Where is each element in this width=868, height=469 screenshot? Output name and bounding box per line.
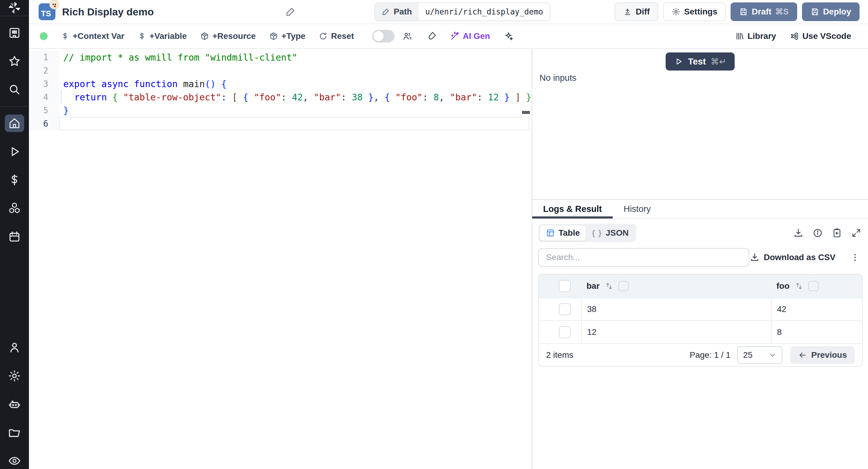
scrollbar-cursor-mark[interactable]: [522, 111, 530, 114]
view-mode-table[interactable]: Table: [540, 225, 586, 241]
tab-logs-result[interactable]: Logs & Result: [532, 200, 613, 218]
page-size-select[interactable]: 25: [737, 346, 782, 364]
column-header-bar: bar: [587, 281, 600, 291]
path-field[interactable]: Path u/henri/rich_display_demo: [374, 2, 550, 21]
page-indicator: Page: 1 / 1: [689, 350, 730, 360]
code-line-1[interactable]: 1// import * as wmill from "windmill-cli…: [29, 51, 532, 64]
save-icon: [739, 7, 748, 16]
column-toggle-bar[interactable]: [618, 281, 629, 291]
add-resource-button[interactable]: +Resource: [200, 31, 256, 41]
sort-bar-icon[interactable]: [604, 282, 614, 290]
sidebar-item-workers[interactable]: [5, 396, 24, 413]
code-line-6[interactable]: 6: [29, 117, 532, 130]
search-icon[interactable]: [5, 81, 24, 98]
windmill-logo-icon[interactable]: [0, 0, 29, 16]
result-table: bar foo: [538, 274, 863, 367]
language-label: TS: [41, 9, 51, 19]
sidebar-item-apps[interactable]: [5, 24, 24, 41]
line-number: 3: [29, 77, 59, 90]
previous-page-button[interactable]: Previous: [790, 346, 855, 364]
download-result-icon[interactable]: [793, 228, 804, 238]
line-number: 4: [29, 90, 59, 104]
library-icon: [735, 32, 744, 41]
diff-mode-toggle[interactable]: [372, 30, 395, 42]
path-value[interactable]: u/henri/rich_display_demo: [418, 3, 550, 21]
row-checkbox[interactable]: [559, 326, 571, 338]
code-line-3[interactable]: 3export async function main() {: [29, 77, 532, 90]
chevron-down-icon: [769, 351, 776, 359]
magic-wand-icon: [450, 31, 460, 41]
code-editor[interactable]: 1// import * as wmill from "windmill-cli…: [29, 49, 532, 469]
result-viewer: Table { } JSON: [532, 219, 868, 469]
emoji-badge-icon: [50, 0, 59, 9]
right-panel: Test ⌘↵ No inputs Logs & Result History …: [532, 49, 868, 469]
sidebar-item-audit[interactable]: [5, 452, 24, 469]
add-variable-button[interactable]: +Variable: [138, 31, 187, 41]
info-icon[interactable]: [812, 228, 823, 238]
dollar-icon: [138, 32, 146, 40]
package-icon: [269, 32, 278, 41]
sidebar-item-users[interactable]: [5, 339, 24, 356]
format-brush-icon[interactable]: [427, 31, 437, 41]
draft-shortcut: ⌘S: [775, 7, 789, 17]
column-toggle-foo[interactable]: [808, 281, 818, 291]
draft-button[interactable]: Draft ⌘S: [731, 2, 797, 21]
search-input[interactable]: [538, 248, 749, 267]
line-number: 2: [29, 64, 59, 77]
tab-history[interactable]: History: [613, 200, 661, 218]
diff-button[interactable]: Diff: [615, 2, 658, 21]
sparkles-icon[interactable]: [503, 31, 514, 41]
header: TS Rich Display demo Path u/henri/rich_d…: [29, 0, 868, 24]
copy-clipboard-icon[interactable]: [832, 228, 842, 238]
braces-icon: { }: [592, 228, 602, 238]
code-text: export async function main() {: [59, 79, 227, 89]
path-label: Path: [394, 7, 412, 17]
package-icon: [200, 32, 209, 41]
sidebar-item-folders[interactable]: [5, 424, 24, 441]
settings-gear-icon[interactable]: [5, 367, 24, 385]
table-header-row: bar foo: [539, 275, 862, 298]
code-text: // import * as wmill from "windmill-clie…: [59, 52, 298, 63]
pencil-icon: [381, 7, 390, 16]
code-line-4[interactable]: 4 return { "table-row-object": [ { "foo"…: [29, 90, 532, 104]
deploy-button[interactable]: Deploy: [802, 2, 860, 21]
row-checkbox[interactable]: [559, 303, 571, 315]
use-vscode-button[interactable]: Use VScode: [790, 31, 851, 41]
add-type-button[interactable]: +Type: [269, 31, 306, 41]
sidebar-item-schedules[interactable]: [5, 228, 24, 245]
column-header-foo: foo: [776, 281, 789, 291]
cell-foo: 8: [777, 327, 782, 337]
multiplayer-icon[interactable]: [402, 31, 412, 41]
line-number: 5: [29, 104, 59, 117]
ai-gen-button[interactable]: AI Gen: [450, 31, 490, 41]
test-button[interactable]: Test ⌘↵: [666, 53, 735, 70]
view-mode-json[interactable]: { } JSON: [586, 225, 635, 241]
download-csv-button[interactable]: Download as CSV: [750, 253, 835, 262]
result-tabs: Logs & Result History: [532, 200, 868, 219]
settings-button[interactable]: Settings: [663, 2, 726, 21]
expand-icon[interactable]: [851, 228, 861, 238]
code-line-2[interactable]: 2: [29, 64, 532, 77]
sidebar-item-resources[interactable]: [5, 199, 24, 217]
sidebar-item-runs[interactable]: [5, 143, 24, 160]
sort-foo-icon[interactable]: [795, 282, 804, 290]
typescript-badge: TS: [38, 3, 56, 20]
reset-button[interactable]: Reset: [318, 31, 354, 41]
sidebar-item-favorites[interactable]: [5, 53, 24, 70]
sidebar-item-home[interactable]: [5, 115, 24, 132]
add-context-var-button[interactable]: +Context Var: [61, 31, 124, 41]
view-mode-segmented-control: Table { } JSON: [538, 224, 636, 242]
select-all-checkbox[interactable]: [559, 280, 571, 292]
dollar-icon: [61, 32, 69, 40]
code-line-5[interactable]: 5}: [29, 104, 532, 117]
test-shortcut: ⌘↵: [711, 57, 726, 67]
edit-summary-pencil-icon[interactable]: [285, 6, 296, 17]
download-icon: [750, 253, 760, 262]
table-options-kebab-icon[interactable]: [850, 252, 860, 262]
library-button[interactable]: Library: [735, 31, 776, 41]
no-inputs-label: No inputs: [539, 73, 577, 83]
code-text: return { "table-row-object": [ { "foo": …: [59, 92, 531, 102]
arrow-left-icon: [798, 350, 807, 359]
sidebar-item-variables[interactable]: [5, 171, 24, 189]
table-row-2: 128: [539, 320, 862, 343]
